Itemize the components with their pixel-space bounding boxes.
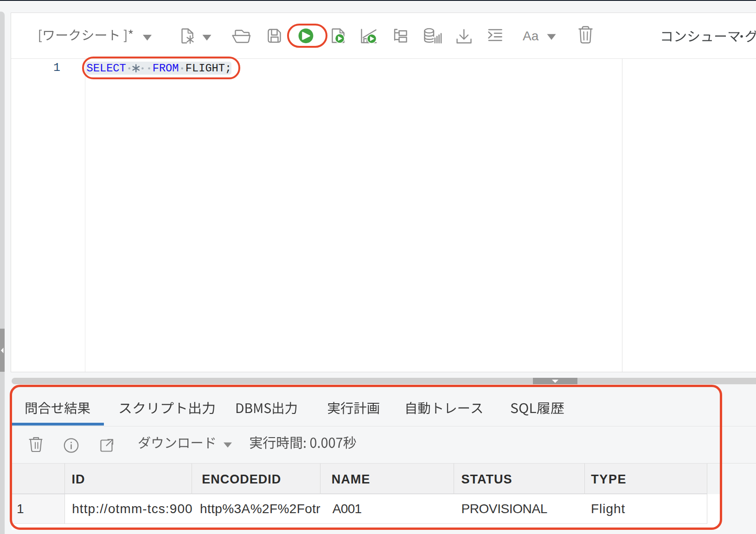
svg-text:Aa: Aa <box>523 29 539 43</box>
